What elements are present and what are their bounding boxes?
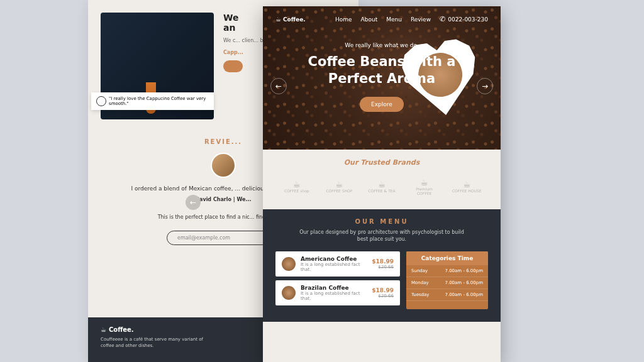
schedule-row: Monday7.00am - 6.00pm <box>406 277 488 289</box>
brand-logo: COFFEE shop <box>281 174 313 199</box>
coffee-icon <box>282 257 296 271</box>
image-tooltip: "I really love the Cappucino Coffee war … <box>91 92 214 110</box>
nav-link-menu[interactable]: Menu <box>386 16 402 23</box>
menu-section: OUR MENU Our place designed by pro archi… <box>263 209 501 322</box>
brand-logo: COFFEE SHOP <box>323 174 355 199</box>
brand-logo: COFFEE HOUSE <box>451 174 482 199</box>
review-prev-arrow[interactable]: ← <box>186 195 201 210</box>
explore-button[interactable]: Explore <box>360 97 404 112</box>
menu-item-old-price: $20.66 <box>372 293 394 299</box>
brand-logo: Premium COFFEE <box>409 174 440 199</box>
menu-item-name: Brazilan Coffee <box>301 285 367 291</box>
brands-heading: Our Trusted Brands <box>275 158 488 167</box>
schedule-row: Tuesday7.00am - 6.00pm <box>406 289 488 301</box>
menu-item-name: Americano Coffee <box>301 256 367 262</box>
footer-logo[interactable]: Coffee. <box>101 326 214 333</box>
menu-item-old-price: $20.66 <box>372 265 394 270</box>
footer-description: Couffeeee is a café that serve many vari… <box>101 337 214 349</box>
menu-item[interactable]: Americano Coffee It is a long establishe… <box>275 251 400 277</box>
nav-link-home[interactable]: Home <box>335 16 352 23</box>
schedule-row: Sunday7.00am - 6.00pm <box>406 265 488 277</box>
nav-phone[interactable]: 0022-003-230 <box>440 15 488 23</box>
schedule-card: Categories Time Sunday7.00am - 6.00pm Mo… <box>406 251 488 309</box>
navbar: Coffee. Home About Menu Review 0022-003-… <box>275 15 488 23</box>
espresso-image: "I really love the Cappucino Coffee war … <box>101 13 214 119</box>
brands-section: Our Trusted Brands COFFEE shop COFFEE SH… <box>263 150 501 209</box>
menu-item[interactable]: Brazilan Coffee It is a long established… <box>275 280 400 305</box>
nav-logo[interactable]: Coffee. <box>275 16 306 23</box>
nav-link-about[interactable]: About <box>361 16 378 23</box>
hero-subtitle: We really like what we do. <box>275 42 488 48</box>
menu-heading: OUR MENU <box>275 218 488 225</box>
schedule-heading: Categories Time <box>406 251 488 265</box>
brand-logo: COFFEE & TEA <box>366 174 397 199</box>
coffee-icon <box>282 286 296 300</box>
menu-item-desc: It is a long established fact that. <box>301 291 367 301</box>
hero-section: Coffee. Home About Menu Review 0022-003-… <box>263 6 501 150</box>
reviewer-avatar <box>211 153 236 178</box>
foreground-page: Coffee. Home About Menu Review 0022-003-… <box>263 6 501 362</box>
menu-item-desc: It is a long established fact that. <box>301 262 367 272</box>
about-cta-button[interactable] <box>223 60 243 72</box>
menu-item-price: $18.99 <box>372 258 394 265</box>
hero-title: Coffee Beans with aPerfect Aroma <box>275 53 488 88</box>
nav-link-review[interactable]: Review <box>411 16 431 23</box>
menu-subtitle: Our place designed by pro architecture w… <box>275 229 488 243</box>
menu-item-price: $18.99 <box>372 287 394 293</box>
